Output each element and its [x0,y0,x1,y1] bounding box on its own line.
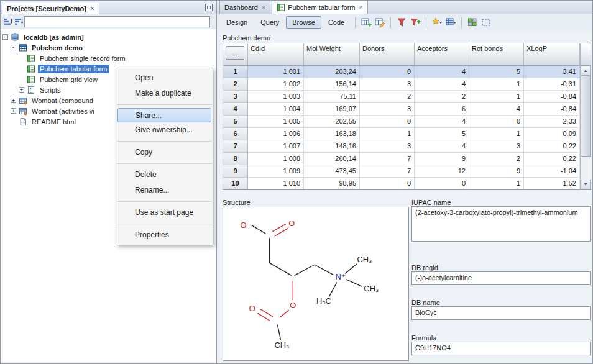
collapse-icon[interactable]: - [11,45,16,50]
context-menu: OpenMake a duplicateShare...Give ownersh… [116,68,213,245]
cell-cdid: 1 002 [248,78,304,91]
favorites-star-icon[interactable] [431,17,443,28]
form-icon [27,65,35,73]
filter-icon[interactable] [395,17,408,28]
tree-item-localdb-as-admin[interactable]: -localdb [as admin] [1,32,216,42]
scroll-down-button[interactable]: ▼ [581,180,591,189]
sort-ascending-icon[interactable] [3,17,13,27]
menu-item-share[interactable]: Share... [117,108,211,122]
mode-button-browse[interactable]: Browse [286,16,321,29]
table-row-2[interactable]: 21 002156,14341-0,31 [223,78,580,91]
row-header[interactable]: 5 [223,116,248,128]
table-row-9[interactable]: 91 009473,457129-1,04 [223,165,580,178]
marquee-icon[interactable] [480,17,492,28]
collapse-icon[interactable]: - [2,34,8,40]
db-name-input[interactable]: BioCyc [411,306,591,320]
mode-button-design[interactable]: Design [220,16,254,29]
table-row-5[interactable]: 51 005202,550402,33 [223,116,580,128]
expand-icon[interactable]: + [11,98,16,103]
mode-button-code[interactable]: Code [322,16,351,29]
close-icon[interactable]: × [90,5,94,12]
row-header[interactable]: 2 [223,78,248,91]
menu-item-use-as-start-page[interactable]: Use as start page [116,205,213,221]
table-row-7[interactable]: 71 007148,163430,22 [223,140,580,153]
menu-item-open[interactable]: Open [116,70,213,86]
editor-tabs: Dashboard×Pubchem tabular form× [217,1,593,14]
minimize-panel-button[interactable] [205,4,213,11]
grid-vertical-scrollbar[interactable]: ▲ ▼ [580,43,591,189]
tree-item-pubchem-single-record-form[interactable]: Pubchem single record form [1,53,216,63]
tree-item-pubchem-demo[interactable]: -Pubchem demo [1,42,216,53]
menu-item-properties[interactable]: Properties [116,227,213,243]
iupac-name-input[interactable]: (2-acetoxy-3-carboxylato-propyl)-trimeth… [411,206,591,242]
cell-acceptors: 4 [415,140,469,153]
projects-panel-header: Projects [SecurityDemo] × [1,1,216,14]
toolbar-separator [426,17,426,28]
tab-pubchem-tabular-form[interactable]: Pubchem tabular form× [272,0,368,14]
cell-cdid: 1 010 [248,178,304,189]
cell-rot-bonds: 5 [469,66,524,78]
row-header[interactable]: 9 [223,165,248,178]
menu-item-give-ownership[interactable]: Give ownership... [116,122,213,138]
column-header-donors[interactable]: Donors [360,43,415,66]
structure-viewer[interactable]: O⁻ O N⁺ CH₃ CH₃ H₃C O O CH₃ [223,207,409,361]
row-header[interactable]: 8 [223,153,248,165]
column-header-cdid[interactable]: CdId [248,43,304,66]
atom-ch3-bottom: CH₃ [275,340,290,350]
new-form-icon[interactable] [360,17,372,28]
grid-corner-cell: ... [223,43,248,66]
row-header[interactable]: 10 [223,178,248,189]
grid-options-button[interactable]: ... [226,46,244,60]
toolbar-separator [355,17,356,28]
column-header-rot-bonds[interactable]: Rot bonds [469,43,524,66]
menu-item-make-a-duplicate[interactable]: Make a duplicate [116,86,213,101]
table-row-1[interactable]: 11 001203,240453,41 [223,66,580,78]
row-header[interactable]: 7 [223,140,248,153]
scroll-up-button[interactable]: ▲ [581,66,591,76]
column-header-mol-weight[interactable]: Mol Weight [304,43,360,66]
grid-layout-icon[interactable] [466,17,479,28]
close-icon[interactable]: × [359,4,362,11]
sort-descending-icon[interactable] [14,17,24,27]
table-row-3[interactable]: 31 00375,11221-0,84 [223,91,580,103]
projects-tab[interactable]: Projects [SecurityDemo] × [2,2,99,14]
scrollbar-header-filler [581,43,591,66]
row-header[interactable]: 6 [223,128,248,140]
atom-h3c: H₃C [316,296,331,306]
tab-dashboard[interactable]: Dashboard× [219,1,270,14]
column-header-xlogp[interactable]: XLogP [524,43,580,66]
cell-mol-weight: 203,24 [304,66,360,78]
column-header-acceptors[interactable]: Acceptors [415,43,469,66]
tab-label: Pubchem tabular form [288,4,355,11]
tree-filter-input[interactable] [24,16,210,27]
menu-item-rename[interactable]: Rename... [116,183,213,198]
formula-input[interactable]: C9H17NO4 [411,342,591,355]
table-row-4[interactable]: 41 004169,07364-0,84 [223,103,580,116]
cell-xlogp: -0,84 [524,91,580,103]
row-header[interactable]: 3 [223,91,248,103]
edit-form-icon[interactable] [374,17,386,28]
db-regid-input[interactable]: (-)o-acetylcarnitine [411,271,591,285]
tree-item-label: Pubchem grid view [38,75,99,84]
cell-rot-bonds: 9 [469,165,524,178]
editor-toolbar: DesignQueryBrowseCode [217,14,593,30]
atom-ch3-right: CH₃ [364,284,379,293]
cell-xlogp: 2,33 [524,116,580,128]
row-header[interactable]: 4 [223,103,248,116]
views-grid-icon[interactable] [444,17,457,28]
expand-icon[interactable]: + [11,108,16,114]
add-filter-icon[interactable] [409,17,421,28]
scrollbar-thumb[interactable] [581,76,591,157]
row-header[interactable]: 1 [223,66,248,78]
table-icon [19,107,27,116]
mode-button-query[interactable]: Query [254,16,285,29]
table-row-10[interactable]: 101 01098,950011,52 [223,178,580,189]
menu-item-copy[interactable]: Copy [116,145,213,160]
close-icon[interactable]: × [262,4,265,11]
table-row-6[interactable]: 61 006163,181510,09 [223,128,580,140]
menu-item-delete[interactable]: Delete [116,167,213,183]
table-row-8[interactable]: 81 008260,147920,22 [223,153,580,165]
cell-donors: 0 [360,116,415,128]
expand-icon[interactable]: + [19,87,24,93]
db-name-label: DB name [411,299,440,306]
